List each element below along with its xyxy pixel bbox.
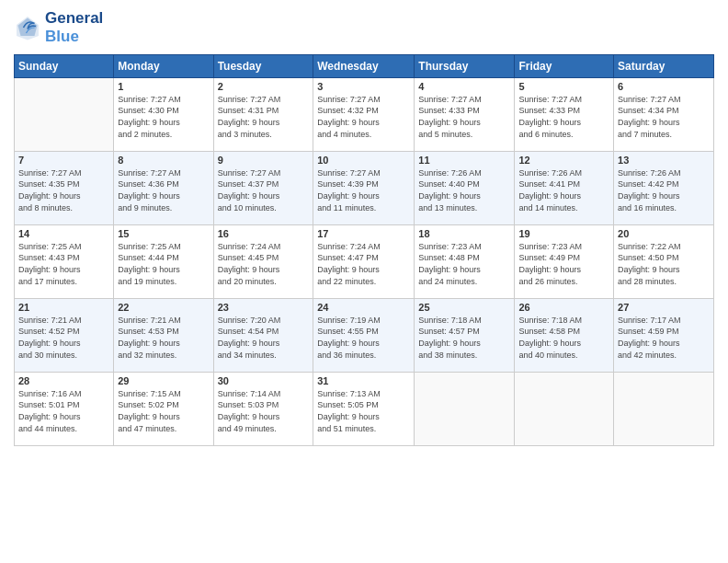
calendar-cell: 10Sunrise: 7:27 AMSunset: 4:39 PMDayligh…: [313, 151, 415, 224]
calendar-cell: 2Sunrise: 7:27 AMSunset: 4:31 PMDaylight…: [213, 77, 313, 151]
day-info: Sunrise: 7:23 AMSunset: 4:48 PMDaylight:…: [418, 241, 510, 287]
calendar-cell: 19Sunrise: 7:23 AMSunset: 4:49 PMDayligh…: [515, 224, 614, 298]
calendar-cell: 6Sunrise: 7:27 AMSunset: 4:34 PMDaylight…: [614, 77, 714, 151]
day-info: Sunrise: 7:13 AMSunset: 5:05 PMDaylight:…: [317, 388, 410, 434]
day-info: Sunrise: 7:24 AMSunset: 4:45 PMDaylight:…: [218, 241, 310, 287]
logo-icon: [14, 14, 41, 41]
day-number: 12: [518, 155, 609, 166]
day-number: 16: [218, 228, 310, 239]
day-number: 24: [317, 302, 410, 313]
calendar-cell: 30Sunrise: 7:14 AMSunset: 5:03 PMDayligh…: [213, 372, 313, 445]
day-info: Sunrise: 7:25 AMSunset: 4:44 PMDaylight:…: [118, 241, 209, 287]
week-row-5: 28Sunrise: 7:16 AMSunset: 5:01 PMDayligh…: [15, 372, 714, 445]
calendar-cell: 9Sunrise: 7:27 AMSunset: 4:37 PMDaylight…: [213, 151, 313, 224]
calendar: SundayMondayTuesdayWednesdayThursdayFrid…: [14, 54, 714, 446]
calendar-cell: 12Sunrise: 7:26 AMSunset: 4:41 PMDayligh…: [515, 151, 614, 224]
day-number: 27: [618, 302, 710, 313]
day-info: Sunrise: 7:18 AMSunset: 4:58 PMDaylight:…: [518, 315, 609, 361]
day-number: 13: [618, 155, 710, 166]
day-info: Sunrise: 7:27 AMSunset: 4:34 PMDaylight:…: [618, 94, 710, 140]
calendar-cell: 17Sunrise: 7:24 AMSunset: 4:47 PMDayligh…: [313, 224, 415, 298]
day-number: 10: [317, 155, 410, 166]
calendar-cell: 22Sunrise: 7:21 AMSunset: 4:53 PMDayligh…: [114, 298, 213, 372]
week-row-3: 14Sunrise: 7:25 AMSunset: 4:43 PMDayligh…: [15, 224, 714, 298]
calendar-cell: 18Sunrise: 7:23 AMSunset: 4:48 PMDayligh…: [415, 224, 515, 298]
day-number: 9: [218, 155, 310, 166]
day-info: Sunrise: 7:26 AMSunset: 4:42 PMDaylight:…: [618, 167, 710, 213]
calendar-cell: [515, 372, 614, 445]
day-info: Sunrise: 7:21 AMSunset: 4:53 PMDaylight:…: [118, 315, 209, 361]
day-info: Sunrise: 7:24 AMSunset: 4:47 PMDaylight:…: [317, 241, 410, 287]
day-info: Sunrise: 7:19 AMSunset: 4:55 PMDaylight:…: [317, 315, 410, 361]
day-number: 21: [18, 302, 109, 313]
calendar-cell: 3Sunrise: 7:27 AMSunset: 4:32 PMDaylight…: [313, 77, 415, 151]
calendar-cell: 16Sunrise: 7:24 AMSunset: 4:45 PMDayligh…: [213, 224, 313, 298]
day-number: 15: [118, 228, 209, 239]
day-number: 28: [18, 375, 109, 386]
day-number: 25: [418, 302, 510, 313]
day-number: 3: [317, 81, 410, 92]
day-info: Sunrise: 7:27 AMSunset: 4:31 PMDaylight:…: [218, 94, 310, 140]
calendar-cell: 15Sunrise: 7:25 AMSunset: 4:44 PMDayligh…: [114, 224, 213, 298]
page: General Blue SundayMondayTuesdayWednesda…: [0, 0, 728, 563]
day-info: Sunrise: 7:18 AMSunset: 4:57 PMDaylight:…: [418, 315, 510, 361]
day-number: 11: [418, 155, 510, 166]
day-number: 26: [518, 302, 609, 313]
day-info: Sunrise: 7:26 AMSunset: 4:41 PMDaylight:…: [518, 167, 609, 213]
day-number: 7: [18, 155, 109, 166]
weekday-header-saturday: Saturday: [614, 54, 714, 77]
day-number: 5: [518, 81, 609, 92]
day-number: 23: [218, 302, 310, 313]
calendar-cell: 26Sunrise: 7:18 AMSunset: 4:58 PMDayligh…: [515, 298, 614, 372]
day-number: 20: [618, 228, 710, 239]
day-number: 22: [118, 302, 209, 313]
day-number: 29: [118, 375, 209, 386]
day-info: Sunrise: 7:23 AMSunset: 4:49 PMDaylight:…: [518, 241, 609, 287]
weekday-header-friday: Friday: [515, 54, 614, 77]
weekday-header-row: SundayMondayTuesdayWednesdayThursdayFrid…: [15, 54, 714, 77]
logo-text: General Blue: [45, 9, 103, 47]
header: General Blue: [14, 9, 714, 47]
calendar-cell: 8Sunrise: 7:27 AMSunset: 4:36 PMDaylight…: [114, 151, 213, 224]
day-info: Sunrise: 7:22 AMSunset: 4:50 PMDaylight:…: [618, 241, 710, 287]
day-info: Sunrise: 7:27 AMSunset: 4:37 PMDaylight:…: [218, 167, 310, 213]
calendar-cell: 28Sunrise: 7:16 AMSunset: 5:01 PMDayligh…: [15, 372, 114, 445]
week-row-2: 7Sunrise: 7:27 AMSunset: 4:35 PMDaylight…: [15, 151, 714, 224]
day-info: Sunrise: 7:27 AMSunset: 4:33 PMDaylight:…: [418, 94, 510, 140]
calendar-cell: 14Sunrise: 7:25 AMSunset: 4:43 PMDayligh…: [15, 224, 114, 298]
weekday-header-thursday: Thursday: [415, 54, 515, 77]
day-info: Sunrise: 7:27 AMSunset: 4:39 PMDaylight:…: [317, 167, 410, 213]
week-row-4: 21Sunrise: 7:21 AMSunset: 4:52 PMDayligh…: [15, 298, 714, 372]
day-info: Sunrise: 7:17 AMSunset: 4:59 PMDaylight:…: [618, 315, 710, 361]
day-info: Sunrise: 7:20 AMSunset: 4:54 PMDaylight:…: [218, 315, 310, 361]
weekday-header-monday: Monday: [114, 54, 213, 77]
day-info: Sunrise: 7:26 AMSunset: 4:40 PMDaylight:…: [418, 167, 510, 213]
calendar-cell: 29Sunrise: 7:15 AMSunset: 5:02 PMDayligh…: [114, 372, 213, 445]
day-info: Sunrise: 7:27 AMSunset: 4:33 PMDaylight:…: [518, 94, 609, 140]
calendar-cell: 21Sunrise: 7:21 AMSunset: 4:52 PMDayligh…: [15, 298, 114, 372]
day-info: Sunrise: 7:21 AMSunset: 4:52 PMDaylight:…: [18, 315, 109, 361]
calendar-cell: [15, 77, 114, 151]
calendar-cell: 4Sunrise: 7:27 AMSunset: 4:33 PMDaylight…: [415, 77, 515, 151]
calendar-cell: [415, 372, 515, 445]
day-number: 6: [618, 81, 710, 92]
logo: General Blue: [14, 9, 103, 47]
day-info: Sunrise: 7:27 AMSunset: 4:36 PMDaylight:…: [118, 167, 209, 213]
day-number: 31: [317, 375, 410, 386]
day-info: Sunrise: 7:27 AMSunset: 4:32 PMDaylight:…: [317, 94, 410, 140]
calendar-cell: 31Sunrise: 7:13 AMSunset: 5:05 PMDayligh…: [313, 372, 415, 445]
day-number: 14: [18, 228, 109, 239]
calendar-cell: 13Sunrise: 7:26 AMSunset: 4:42 PMDayligh…: [614, 151, 714, 224]
week-row-1: 1Sunrise: 7:27 AMSunset: 4:30 PMDaylight…: [15, 77, 714, 151]
day-info: Sunrise: 7:25 AMSunset: 4:43 PMDaylight:…: [18, 241, 109, 287]
day-number: 2: [218, 81, 310, 92]
day-info: Sunrise: 7:27 AMSunset: 4:35 PMDaylight:…: [18, 167, 109, 213]
weekday-header-wednesday: Wednesday: [313, 54, 415, 77]
day-number: 8: [118, 155, 209, 166]
day-info: Sunrise: 7:16 AMSunset: 5:01 PMDaylight:…: [18, 388, 109, 434]
day-number: 4: [418, 81, 510, 92]
day-number: 30: [218, 375, 310, 386]
calendar-cell: 25Sunrise: 7:18 AMSunset: 4:57 PMDayligh…: [415, 298, 515, 372]
calendar-cell: 23Sunrise: 7:20 AMSunset: 4:54 PMDayligh…: [213, 298, 313, 372]
calendar-cell: 7Sunrise: 7:27 AMSunset: 4:35 PMDaylight…: [15, 151, 114, 224]
